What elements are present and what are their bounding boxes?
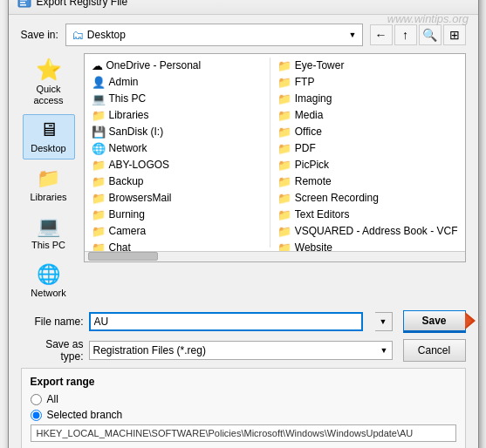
- libraries-icon: 📁: [37, 167, 60, 190]
- folder-icon: 📁: [277, 76, 291, 89]
- all-radio[interactable]: [31, 394, 42, 405]
- network-folder-icon: 🌐: [92, 142, 106, 155]
- list-item[interactable]: 👤 Admin: [88, 74, 266, 91]
- save-button[interactable]: Save: [403, 310, 466, 333]
- svg-rect-2: [20, 2, 25, 3]
- list-item[interactable]: 📁 Camera: [88, 223, 266, 240]
- list-item[interactable]: ☁ OneDrive - Personal: [88, 58, 266, 74]
- list-item[interactable]: 📁 FTP: [274, 74, 462, 91]
- item-label: BrowsersMail: [109, 192, 172, 204]
- desktop-item[interactable]: 🖥 Desktop: [23, 114, 75, 159]
- item-label: Remote: [295, 175, 332, 187]
- save-type-arrow-icon: ▼: [380, 346, 388, 355]
- svg-rect-0: [18, 0, 31, 7]
- dropdown-arrow: ▼: [380, 317, 387, 326]
- save-in-dropdown[interactable]: 🗂 Desktop ▼: [65, 24, 363, 46]
- list-item[interactable]: 📁 Imaging: [274, 91, 462, 107]
- selected-branch-radio[interactable]: [31, 410, 42, 421]
- list-item[interactable]: 📁 Libraries: [88, 107, 266, 124]
- folder-icon: 📁: [277, 192, 291, 205]
- quick-panel: ⭐ Quick access 🖥 Desktop 📁 Libraries 💻 T…: [21, 53, 77, 303]
- desktop-icon: 🖥: [39, 119, 58, 141]
- export-range-group: Export range All Selected branch HKEY_LO…: [21, 368, 466, 448]
- registry-path: HKEY_LOCAL_MACHINE\SOFTWARE\Policies\Mic…: [31, 424, 456, 442]
- list-item[interactable]: 📁 Text Editors: [274, 207, 462, 223]
- item-label: ABY-LOGOS: [109, 159, 170, 171]
- filename-input[interactable]: [89, 312, 363, 331]
- this-pc-item[interactable]: 💻 This PC: [23, 211, 75, 255]
- list-item[interactable]: 💻 This PC: [88, 91, 266, 107]
- item-label: FTP: [295, 76, 315, 88]
- file-list-scroll[interactable]: ☁ OneDrive - Personal 👤 Admin 💻 This PC: [85, 54, 465, 251]
- horizontal-scrollbar[interactable]: [85, 251, 465, 261]
- file-list-container: ☁ OneDrive - Personal 👤 Admin 💻 This PC: [84, 53, 466, 262]
- selected-branch-label: Selected branch: [47, 409, 123, 421]
- main-area: ⭐ Quick access 🖥 Desktop 📁 Libraries 💻 T…: [21, 53, 466, 303]
- scrollbar-thumb[interactable]: [88, 252, 158, 261]
- thispc-icon: 💻: [92, 92, 106, 105]
- file-column-right: 📁 Eye-Tower 📁 FTP 📁 Imaging 📁: [274, 58, 462, 248]
- up-button[interactable]: ↑: [394, 24, 417, 45]
- list-item[interactable]: 📁 VSQUARED - Address Book - VCF: [274, 223, 462, 240]
- folder-icon: 📁: [92, 241, 106, 251]
- item-label: SanDisk (I:): [109, 126, 164, 138]
- list-item[interactable]: 📁 ABY-LOGOS: [88, 157, 266, 173]
- list-item[interactable]: 📁 Burning: [88, 207, 266, 223]
- item-label: Website: [295, 241, 332, 251]
- list-item[interactable]: 📁 Website: [274, 240, 462, 251]
- save-in-value: Desktop: [87, 29, 346, 41]
- folder-icon: 📁: [92, 159, 106, 172]
- dialog-title: Export Registry File: [37, 0, 469, 8]
- quick-access-item[interactable]: ⭐ Quick access: [23, 53, 75, 111]
- filename-dropdown-btn[interactable]: ▼: [375, 312, 393, 331]
- view-button[interactable]: ⊞: [443, 24, 466, 45]
- back-button[interactable]: ←: [370, 24, 393, 45]
- dialog-icon: [17, 0, 31, 9]
- folder-icon: 📁: [92, 109, 106, 122]
- libraries-label: Libraries: [30, 192, 66, 203]
- item-label: Text Editors: [295, 208, 350, 221]
- list-item[interactable]: 📁 Chat: [88, 240, 266, 251]
- admin-icon: 👤: [92, 76, 106, 89]
- column-divider: [270, 58, 270, 248]
- folder-icon: 📁: [277, 159, 291, 172]
- list-item[interactable]: 📁 PicPick: [274, 157, 462, 173]
- dialog-body: Save in: 🗂 Desktop ▼ ← ↑ 🔍 ⊞ ⭐ Quick acc…: [9, 15, 478, 448]
- item-label: Libraries: [109, 109, 149, 121]
- list-item[interactable]: 📁 BrowsersMail: [88, 190, 266, 207]
- network-item[interactable]: 🌐 Network: [23, 259, 75, 303]
- file-column-left: ☁ OneDrive - Personal 👤 Admin 💻 This PC: [88, 58, 266, 248]
- list-item[interactable]: 📁 PDF: [274, 140, 462, 157]
- item-label: Admin: [109, 76, 139, 88]
- list-item[interactable]: 🌐 Network: [88, 140, 266, 157]
- onedrive-icon: ☁: [92, 59, 103, 72]
- cancel-button[interactable]: Cancel: [403, 339, 466, 362]
- item-label: OneDrive - Personal: [106, 59, 202, 71]
- list-item[interactable]: 📁 Eye-Tower: [274, 58, 462, 74]
- list-item[interactable]: 📁 Backup: [88, 173, 266, 190]
- export-range-title: Export range: [31, 376, 456, 388]
- libraries-item[interactable]: 📁 Libraries: [23, 163, 75, 207]
- list-item[interactable]: 📁 Screen Recording: [274, 190, 462, 207]
- filename-label: File name:: [21, 316, 84, 328]
- title-bar: Export Registry File: [9, 0, 478, 15]
- export-registry-dialog: Export Registry File Save in: 🗂 Desktop …: [8, 0, 479, 448]
- item-label: Imaging: [295, 92, 332, 105]
- item-label: Camera: [109, 225, 147, 237]
- folder-icon: 📁: [277, 208, 291, 221]
- folder-icon: 📁: [277, 92, 291, 105]
- dropdown-arrow-icon: ▼: [349, 31, 357, 39]
- list-item[interactable]: 📁 Media: [274, 107, 462, 124]
- save-type-row: Save as type: Registration Files (*.reg)…: [21, 338, 466, 363]
- list-item[interactable]: 📁 Office: [274, 124, 462, 140]
- folder-icon: 📁: [277, 59, 291, 72]
- item-label: This PC: [109, 92, 147, 105]
- list-item[interactable]: 💾 SanDisk (I:): [88, 124, 266, 140]
- folder-icon: 📁: [277, 142, 291, 155]
- save-type-dropdown[interactable]: Registration Files (*.reg) ▼: [89, 341, 393, 360]
- folder-icon: 📁: [277, 109, 291, 122]
- list-item[interactable]: 📁 Remote: [274, 173, 462, 190]
- search-button[interactable]: 🔍: [419, 24, 442, 45]
- quick-access-icon: ⭐: [36, 58, 62, 82]
- folder-icon: 📁: [92, 225, 106, 238]
